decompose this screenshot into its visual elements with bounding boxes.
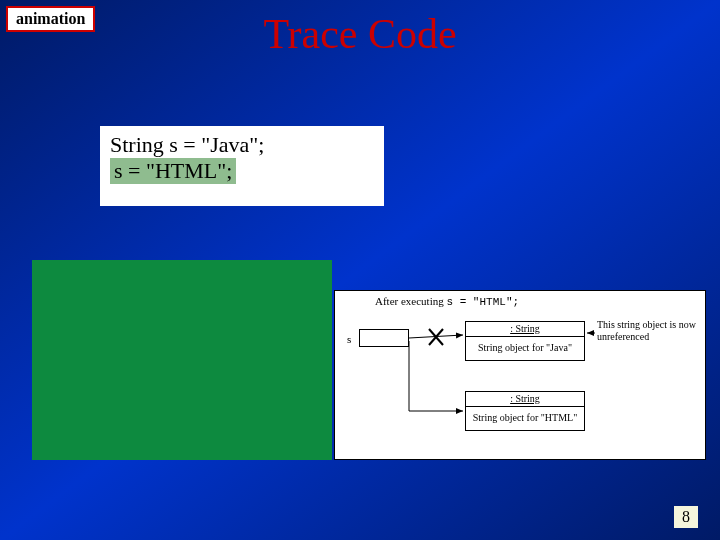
green-panel — [32, 260, 332, 460]
code-box: String s = "Java"; s = "HTML"; — [100, 126, 384, 206]
page-number: 8 — [674, 506, 698, 528]
diagram-arrows — [335, 291, 707, 461]
slide-title: Trace Code — [0, 10, 720, 58]
memory-diagram: After executing s = "HTML"; s : String S… — [334, 290, 706, 460]
code-line-2-highlighted: s = "HTML"; — [110, 158, 236, 184]
code-line-1: String s = "Java"; — [110, 132, 374, 158]
